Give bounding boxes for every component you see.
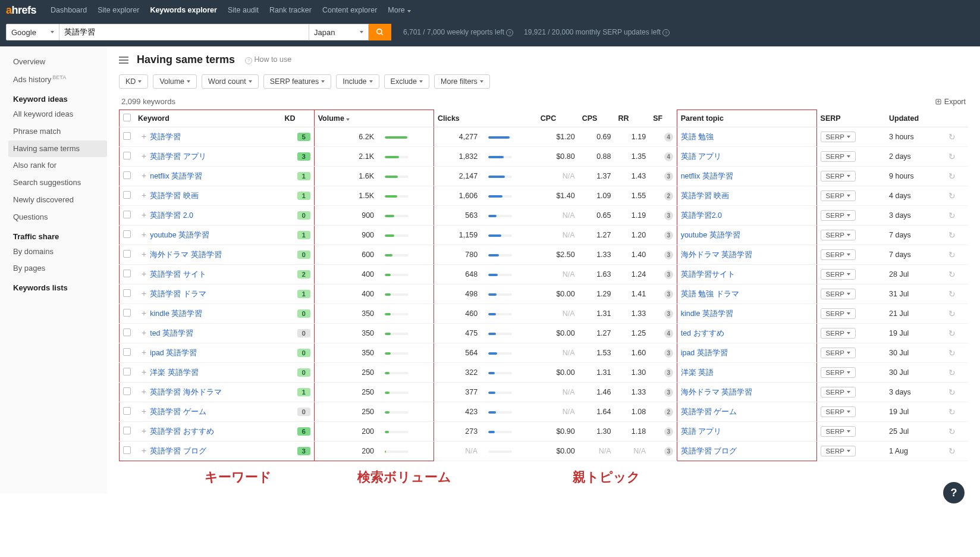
search-button[interactable]	[369, 24, 391, 40]
row-checkbox[interactable]	[123, 407, 131, 415]
serp-button[interactable]: SERP	[821, 269, 856, 280]
refresh-icon[interactable]: ↻	[948, 446, 956, 456]
keyword-link[interactable]: 英語学習 サイト	[150, 270, 206, 278]
serp-button[interactable]: SERP	[821, 230, 856, 240]
parent-topic-link[interactable]: kindle 英語学習	[681, 309, 733, 318]
select-all-checkbox[interactable]	[123, 114, 131, 121]
col-volume[interactable]: Volume	[314, 110, 378, 127]
row-checkbox[interactable]	[123, 387, 131, 395]
parent-topic-link[interactable]: 英語学習サイト	[681, 270, 735, 278]
col-kd[interactable]: KD	[281, 110, 314, 127]
sidebar-questions[interactable]: Questions	[8, 209, 107, 226]
nav-keywords-explorer[interactable]: Keywords explorer	[150, 6, 217, 14]
filter-word-count[interactable]: Word count	[202, 74, 259, 89]
expand-icon[interactable]: +	[142, 308, 146, 318]
refresh-icon[interactable]: ↻	[948, 152, 956, 161]
how-to-use-link[interactable]: ? How to use	[243, 55, 291, 64]
nav-more[interactable]: More	[388, 6, 410, 14]
parent-topic-link[interactable]: 英語学習 ブログ	[681, 447, 737, 455]
refresh-icon[interactable]: ↻	[948, 427, 956, 436]
col-sf[interactable]: SF	[649, 110, 677, 127]
filter-more-filters[interactable]: More filters	[434, 74, 490, 89]
keyword-link[interactable]: 英語学習 ゲーム	[150, 408, 206, 416]
serp-button[interactable]: SERP	[821, 328, 856, 339]
serp-button[interactable]: SERP	[821, 210, 856, 221]
refresh-icon[interactable]: ↻	[948, 328, 956, 338]
parent-topic-link[interactable]: 英語学習 映画	[681, 192, 729, 200]
parent-topic-link[interactable]: 英語 勉強	[681, 133, 714, 141]
refresh-icon[interactable]: ↻	[948, 250, 956, 259]
sidebar-having-same-terms[interactable]: Having same terms	[8, 140, 107, 158]
refresh-icon[interactable]: ↻	[948, 289, 956, 299]
filter-exclude[interactable]: Exclude	[384, 74, 429, 89]
menu-icon[interactable]	[119, 57, 128, 64]
parent-topic-link[interactable]: 英語 アプリ	[681, 152, 721, 161]
expand-icon[interactable]: +	[142, 132, 146, 141]
country-select[interactable]: Japan	[309, 24, 369, 40]
col-keyword[interactable]: Keyword	[134, 110, 281, 127]
col-cpc[interactable]: CPC	[537, 110, 579, 127]
row-checkbox[interactable]	[123, 270, 131, 277]
serp-button[interactable]: SERP	[821, 446, 856, 456]
expand-icon[interactable]: +	[142, 406, 146, 416]
serp-button[interactable]: SERP	[821, 151, 856, 162]
sidebar-all-keyword-ideas[interactable]: All keyword ideas	[8, 106, 107, 123]
keyword-link[interactable]: 英語学習 アプリ	[150, 152, 206, 161]
parent-topic-link[interactable]: 英語学習2.0	[681, 211, 722, 220]
parent-topic-link[interactable]: 英語学習 ゲーム	[681, 408, 737, 416]
engine-select[interactable]: Google	[6, 24, 59, 40]
serp-button[interactable]: SERP	[821, 348, 856, 358]
keyword-link[interactable]: kindle 英語学習	[150, 309, 202, 318]
nav-site-explorer[interactable]: Site explorer	[98, 6, 139, 14]
sidebar-by-domains[interactable]: By domains	[8, 243, 107, 261]
keyword-link[interactable]: ted 英語学習	[150, 329, 193, 337]
export-button[interactable]: Export	[935, 98, 966, 106]
row-checkbox[interactable]	[123, 446, 131, 454]
expand-icon[interactable]: +	[142, 348, 146, 357]
refresh-icon[interactable]: ↻	[948, 407, 956, 417]
filter-kd[interactable]: KD	[119, 74, 148, 89]
sidebar-newly-discovered[interactable]: Newly discovered	[8, 192, 107, 209]
serp-button[interactable]: SERP	[821, 249, 856, 260]
sidebar-phrase-match[interactable]: Phrase match	[8, 123, 107, 140]
keyword-link[interactable]: 英語学習 海外ドラマ	[150, 388, 221, 396]
row-checkbox[interactable]	[123, 427, 131, 434]
parent-topic-link[interactable]: youtube 英語学習	[681, 231, 740, 239]
keyword-link[interactable]: 英語学習 ブログ	[150, 447, 206, 455]
refresh-icon[interactable]: ↻	[948, 230, 956, 240]
refresh-icon[interactable]: ↻	[948, 270, 956, 279]
keyword-link[interactable]: ipad 英語学習	[150, 349, 197, 357]
serp-button[interactable]: SERP	[821, 426, 856, 437]
refresh-icon[interactable]: ↻	[948, 171, 956, 181]
keyword-input[interactable]	[59, 24, 309, 40]
keyword-link[interactable]: 洋楽 英語学習	[150, 368, 198, 377]
row-checkbox[interactable]	[123, 211, 131, 218]
nav-dashboard[interactable]: Dashboard	[51, 6, 87, 14]
serp-button[interactable]: SERP	[821, 289, 856, 299]
row-checkbox[interactable]	[123, 348, 131, 356]
expand-icon[interactable]: +	[142, 446, 146, 455]
parent-topic-link[interactable]: 英語 アプリ	[681, 427, 721, 436]
sidebar-also-rank-for[interactable]: Also rank for	[8, 157, 107, 174]
sidebar-ads-history[interactable]: Ads historyBETA	[8, 71, 107, 89]
expand-icon[interactable]: +	[142, 367, 146, 377]
serp-button[interactable]: SERP	[821, 308, 856, 319]
refresh-icon[interactable]: ↻	[948, 309, 956, 318]
sidebar-overview[interactable]: Overview	[8, 54, 107, 71]
keyword-link[interactable]: youtube 英語学習	[150, 231, 209, 239]
row-checkbox[interactable]	[123, 250, 131, 258]
refresh-icon[interactable]: ↻	[948, 211, 956, 220]
parent-topic-link[interactable]: 海外ドラマ 英語学習	[681, 251, 752, 259]
serp-button[interactable]: SERP	[821, 406, 856, 417]
row-checkbox[interactable]	[123, 171, 131, 179]
refresh-icon[interactable]: ↻	[948, 132, 956, 142]
keyword-link[interactable]: 英語学習 2.0	[150, 211, 193, 220]
keyword-link[interactable]: 英語学習 映画	[150, 192, 198, 200]
row-checkbox[interactable]	[123, 191, 131, 199]
expand-icon[interactable]: +	[142, 426, 146, 436]
row-checkbox[interactable]	[123, 132, 131, 140]
keyword-link[interactable]: 英語学習 おすすめ	[150, 427, 213, 436]
expand-icon[interactable]: +	[142, 249, 146, 259]
serp-button[interactable]: SERP	[821, 171, 856, 182]
row-checkbox[interactable]	[123, 368, 131, 375]
